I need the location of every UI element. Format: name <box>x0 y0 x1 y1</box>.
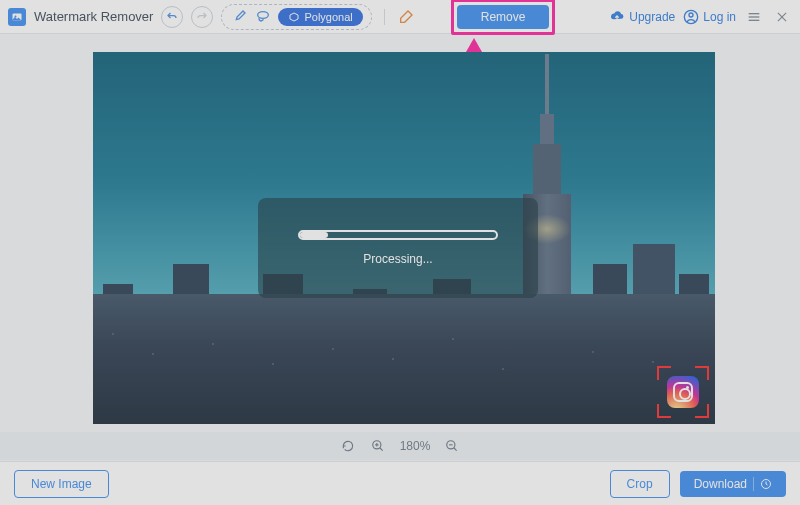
remove-label: Remove <box>481 10 526 24</box>
watermark-selection[interactable] <box>657 366 709 418</box>
rotate-icon[interactable] <box>340 438 356 454</box>
svg-point-2 <box>258 11 269 18</box>
upload-cloud-icon <box>610 10 624 24</box>
polygonal-tool-button[interactable]: Polygonal <box>278 8 362 26</box>
crop-label: Crop <box>627 477 653 491</box>
svg-point-4 <box>689 13 693 17</box>
selection-tool-group: Polygonal <box>221 4 371 30</box>
new-image-label: New Image <box>31 477 92 491</box>
processing-overlay: Processing... <box>258 198 538 298</box>
app-title: Watermark Remover <box>34 9 153 24</box>
crop-button[interactable]: Crop <box>610 470 670 498</box>
zoom-out-icon[interactable] <box>444 438 460 454</box>
user-circle-icon <box>683 9 699 25</box>
zoom-in-icon[interactable] <box>370 438 386 454</box>
top-toolbar: Watermark Remover Polygonal Remove Upgra… <box>0 0 800 34</box>
zoom-bar: 180% <box>0 432 800 460</box>
image-canvas[interactable]: Processing... <box>93 52 715 424</box>
upgrade-label: Upgrade <box>629 10 675 24</box>
svg-line-17 <box>454 448 457 451</box>
upgrade-button[interactable]: Upgrade <box>610 10 675 24</box>
download-button[interactable]: Download <box>680 471 786 497</box>
svg-line-13 <box>379 448 382 451</box>
toolbar-divider <box>384 9 385 25</box>
remove-button[interactable]: Remove <box>457 5 550 29</box>
footer-bar: New Image Crop Download <box>0 461 800 505</box>
lasso-tool-icon[interactable] <box>254 8 272 26</box>
processing-label: Processing... <box>363 252 432 266</box>
redo-button[interactable] <box>191 6 213 28</box>
eraser-tool-icon[interactable] <box>397 8 415 26</box>
zoom-level: 180% <box>400 439 431 453</box>
login-label: Log in <box>703 10 736 24</box>
brush-tool-icon[interactable] <box>230 8 248 26</box>
download-label: Download <box>694 477 747 491</box>
app-logo-icon <box>8 8 26 26</box>
progress-bar <box>298 230 498 240</box>
instagram-icon <box>667 376 699 408</box>
clock-icon <box>760 478 772 490</box>
new-image-button[interactable]: New Image <box>14 470 109 498</box>
menu-icon[interactable] <box>744 7 764 27</box>
polygonal-label: Polygonal <box>304 11 352 23</box>
login-button[interactable]: Log in <box>683 9 736 25</box>
svg-marker-11 <box>466 38 482 52</box>
undo-button[interactable] <box>161 6 183 28</box>
annotation-highlight: Remove <box>451 0 556 35</box>
close-icon[interactable] <box>772 7 792 27</box>
